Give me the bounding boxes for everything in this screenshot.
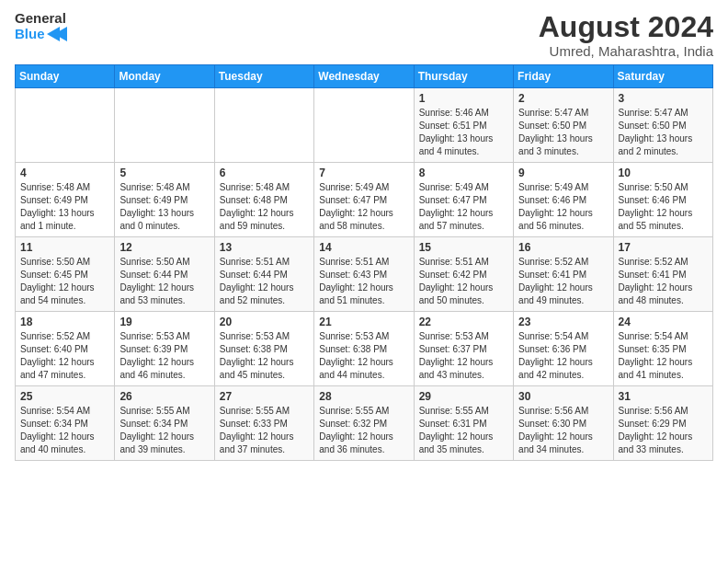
calendar-cell: 6Sunrise: 5:48 AM Sunset: 6:48 PM Daylig… <box>214 163 313 237</box>
day-number: 2 <box>518 92 608 105</box>
day-number: 9 <box>518 167 608 179</box>
day-info: Sunrise: 5:48 AM Sunset: 6:48 PM Dayligh… <box>220 181 309 233</box>
day-info: Sunrise: 5:47 AM Sunset: 6:50 PM Dayligh… <box>619 107 708 158</box>
calendar-cell <box>314 88 414 163</box>
calendar-cell: 20Sunrise: 5:53 AM Sunset: 6:38 PM Dayli… <box>214 312 313 386</box>
day-number: 18 <box>20 316 109 328</box>
calendar-week-row: 18Sunrise: 5:52 AM Sunset: 6:40 PM Dayli… <box>16 312 713 386</box>
logo-chevron-icon <box>47 27 67 41</box>
day-info: Sunrise: 5:52 AM Sunset: 6:41 PM Dayligh… <box>518 256 608 307</box>
day-number: 25 <box>20 390 109 403</box>
calendar-cell <box>16 88 115 163</box>
calendar-cell: 31Sunrise: 5:56 AM Sunset: 6:29 PM Dayli… <box>613 386 712 461</box>
day-number: 14 <box>319 241 408 254</box>
logo-general: General <box>15 11 67 27</box>
calendar-week-row: 4Sunrise: 5:48 AM Sunset: 6:49 PM Daylig… <box>16 163 713 237</box>
calendar-cell <box>115 88 214 163</box>
day-info: Sunrise: 5:55 AM Sunset: 6:32 PM Dayligh… <box>319 405 408 456</box>
calendar-cell: 29Sunrise: 5:55 AM Sunset: 6:31 PM Dayli… <box>414 386 513 461</box>
day-number: 23 <box>518 316 608 328</box>
day-number: 19 <box>119 316 209 328</box>
day-info: Sunrise: 5:56 AM Sunset: 6:29 PM Dayligh… <box>619 405 708 456</box>
logo-blue: Blue <box>15 27 67 42</box>
day-number: 7 <box>319 167 408 179</box>
day-info: Sunrise: 5:52 AM Sunset: 6:41 PM Dayligh… <box>619 256 708 307</box>
calendar-cell: 24Sunrise: 5:54 AM Sunset: 6:35 PM Dayli… <box>613 312 712 386</box>
calendar-weekday-wednesday: Wednesday <box>314 65 414 88</box>
calendar-weekday-saturday: Saturday <box>613 65 712 88</box>
day-number: 24 <box>619 316 708 328</box>
day-info: Sunrise: 5:55 AM Sunset: 6:33 PM Dayligh… <box>220 405 309 456</box>
day-info: Sunrise: 5:54 AM Sunset: 6:35 PM Dayligh… <box>619 330 708 382</box>
day-info: Sunrise: 5:50 AM Sunset: 6:45 PM Dayligh… <box>20 256 109 307</box>
day-number: 29 <box>419 390 508 403</box>
day-info: Sunrise: 5:53 AM Sunset: 6:37 PM Dayligh… <box>419 330 508 382</box>
calendar-cell: 11Sunrise: 5:50 AM Sunset: 6:45 PM Dayli… <box>16 237 115 312</box>
calendar-cell: 14Sunrise: 5:51 AM Sunset: 6:43 PM Dayli… <box>314 237 414 312</box>
calendar-header-row: SundayMondayTuesdayWednesdayThursdayFrid… <box>16 65 713 88</box>
day-number: 21 <box>319 316 408 328</box>
day-info: Sunrise: 5:55 AM Sunset: 6:31 PM Dayligh… <box>419 405 508 456</box>
calendar-cell: 19Sunrise: 5:53 AM Sunset: 6:39 PM Dayli… <box>115 312 214 386</box>
day-number: 11 <box>20 241 109 254</box>
day-number: 26 <box>119 390 209 403</box>
day-number: 5 <box>119 167 209 179</box>
logo: General Blue <box>15 11 67 41</box>
calendar-week-row: 25Sunrise: 5:54 AM Sunset: 6:34 PM Dayli… <box>16 386 713 461</box>
calendar-cell: 22Sunrise: 5:53 AM Sunset: 6:37 PM Dayli… <box>414 312 513 386</box>
day-info: Sunrise: 5:50 AM Sunset: 6:44 PM Dayligh… <box>119 256 209 307</box>
calendar-cell <box>214 88 313 163</box>
day-number: 28 <box>319 390 408 403</box>
calendar-weekday-sunday: Sunday <box>16 65 115 88</box>
day-info: Sunrise: 5:48 AM Sunset: 6:49 PM Dayligh… <box>20 181 109 233</box>
day-info: Sunrise: 5:48 AM Sunset: 6:49 PM Dayligh… <box>119 181 209 233</box>
day-info: Sunrise: 5:53 AM Sunset: 6:38 PM Dayligh… <box>319 330 408 382</box>
calendar-cell: 3Sunrise: 5:47 AM Sunset: 6:50 PM Daylig… <box>613 88 712 163</box>
day-number: 16 <box>518 241 608 254</box>
day-info: Sunrise: 5:46 AM Sunset: 6:51 PM Dayligh… <box>419 107 508 158</box>
calendar-cell: 18Sunrise: 5:52 AM Sunset: 6:40 PM Dayli… <box>16 312 115 386</box>
subtitle: Umred, Maharashtra, India <box>539 43 713 59</box>
day-info: Sunrise: 5:47 AM Sunset: 6:50 PM Dayligh… <box>518 107 608 158</box>
calendar-cell: 9Sunrise: 5:49 AM Sunset: 6:46 PM Daylig… <box>514 163 613 237</box>
main-title: August 2024 <box>539 11 713 43</box>
calendar-cell: 5Sunrise: 5:48 AM Sunset: 6:49 PM Daylig… <box>115 163 214 237</box>
calendar-cell: 10Sunrise: 5:50 AM Sunset: 6:46 PM Dayli… <box>613 163 712 237</box>
calendar-cell: 2Sunrise: 5:47 AM Sunset: 6:50 PM Daylig… <box>514 88 613 163</box>
day-number: 15 <box>419 241 508 254</box>
calendar-cell: 30Sunrise: 5:56 AM Sunset: 6:30 PM Dayli… <box>514 386 613 461</box>
calendar-weekday-thursday: Thursday <box>414 65 513 88</box>
calendar-weekday-friday: Friday <box>514 65 613 88</box>
day-info: Sunrise: 5:56 AM Sunset: 6:30 PM Dayligh… <box>518 405 608 456</box>
day-number: 4 <box>20 167 109 179</box>
calendar-cell: 17Sunrise: 5:52 AM Sunset: 6:41 PM Dayli… <box>613 237 712 312</box>
day-number: 30 <box>518 390 608 403</box>
title-area: August 2024 Umred, Maharashtra, India <box>539 11 713 59</box>
day-number: 31 <box>619 390 708 403</box>
day-info: Sunrise: 5:49 AM Sunset: 6:47 PM Dayligh… <box>419 181 508 233</box>
calendar-cell: 12Sunrise: 5:50 AM Sunset: 6:44 PM Dayli… <box>115 237 214 312</box>
calendar: SundayMondayTuesdayWednesdayThursdayFrid… <box>15 64 713 461</box>
day-info: Sunrise: 5:54 AM Sunset: 6:34 PM Dayligh… <box>20 405 109 456</box>
calendar-cell: 28Sunrise: 5:55 AM Sunset: 6:32 PM Dayli… <box>314 386 414 461</box>
day-info: Sunrise: 5:49 AM Sunset: 6:47 PM Dayligh… <box>319 181 408 233</box>
calendar-cell: 13Sunrise: 5:51 AM Sunset: 6:44 PM Dayli… <box>214 237 313 312</box>
calendar-cell: 21Sunrise: 5:53 AM Sunset: 6:38 PM Dayli… <box>314 312 414 386</box>
calendar-cell: 4Sunrise: 5:48 AM Sunset: 6:49 PM Daylig… <box>16 163 115 237</box>
calendar-cell: 23Sunrise: 5:54 AM Sunset: 6:36 PM Dayli… <box>514 312 613 386</box>
day-info: Sunrise: 5:50 AM Sunset: 6:46 PM Dayligh… <box>619 181 708 233</box>
calendar-cell: 1Sunrise: 5:46 AM Sunset: 6:51 PM Daylig… <box>414 88 513 163</box>
day-number: 1 <box>419 92 508 105</box>
calendar-cell: 25Sunrise: 5:54 AM Sunset: 6:34 PM Dayli… <box>16 386 115 461</box>
day-number: 12 <box>119 241 209 254</box>
day-number: 6 <box>220 167 309 179</box>
day-info: Sunrise: 5:52 AM Sunset: 6:40 PM Dayligh… <box>20 330 109 382</box>
day-info: Sunrise: 5:53 AM Sunset: 6:39 PM Dayligh… <box>119 330 209 382</box>
day-info: Sunrise: 5:51 AM Sunset: 6:42 PM Dayligh… <box>419 256 508 307</box>
day-info: Sunrise: 5:51 AM Sunset: 6:44 PM Dayligh… <box>220 256 309 307</box>
day-number: 17 <box>619 241 708 254</box>
day-info: Sunrise: 5:55 AM Sunset: 6:34 PM Dayligh… <box>119 405 209 456</box>
calendar-cell: 7Sunrise: 5:49 AM Sunset: 6:47 PM Daylig… <box>314 163 414 237</box>
calendar-cell: 27Sunrise: 5:55 AM Sunset: 6:33 PM Dayli… <box>214 386 313 461</box>
day-info: Sunrise: 5:54 AM Sunset: 6:36 PM Dayligh… <box>518 330 608 382</box>
